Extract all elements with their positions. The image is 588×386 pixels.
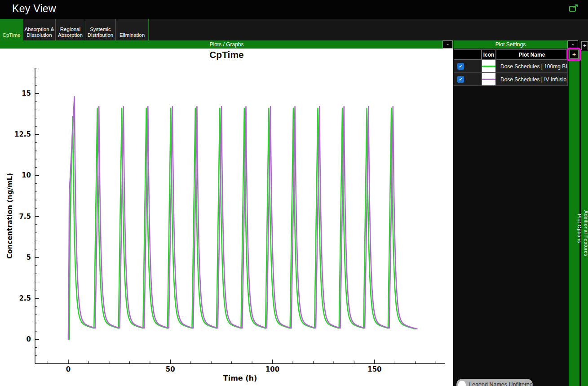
plots-graphs-collapse-button[interactable]: - xyxy=(442,40,453,49)
right-panel-region: Plot Settings - Icon Plot Name ✓ Dose Sc… xyxy=(453,40,588,386)
svg-text:10: 10 xyxy=(22,171,31,179)
header-checkbox-column xyxy=(454,49,482,60)
row1-icon-cell xyxy=(482,60,496,73)
row1-check-cell: ✓ xyxy=(454,60,482,73)
plot-options-collapsed-bar[interactable]: Plot Options xyxy=(569,49,579,386)
tab-absorption-dissolution[interactable]: Absorption & Dissolution xyxy=(23,19,56,40)
table-header-row: Icon Plot Name xyxy=(454,49,568,60)
row1-visibility-checkbox[interactable]: ✓ xyxy=(457,63,464,70)
cptime-chart: 02.557.51012.515050100150Time (h)Concent… xyxy=(0,49,453,386)
plot-icon-line xyxy=(482,79,495,80)
header-plot-name-column: Plot Name xyxy=(496,49,568,60)
row2-visibility-checkbox[interactable]: ✓ xyxy=(457,76,464,83)
svg-text:50: 50 xyxy=(166,365,175,373)
legend-names-toggle[interactable]: Legend Names Unfiltered xyxy=(456,379,533,386)
svg-text:0: 0 xyxy=(27,335,31,343)
toggle-knob-icon xyxy=(458,381,466,386)
svg-text:12.5: 12.5 xyxy=(14,130,31,138)
svg-text:2.5: 2.5 xyxy=(19,294,31,302)
plots-graphs-header-label: Plots / Graphs xyxy=(209,41,243,48)
row1-plot-name[interactable]: Dose Schedules | 100mg BI xyxy=(496,60,568,73)
row2-plot-name[interactable]: Dose Schedules | IV Infusio xyxy=(496,73,568,86)
additional-features-label: Additional Features xyxy=(582,200,588,267)
legend-toggle-label: Legend Names Unfiltered xyxy=(469,382,533,386)
additional-features-collapsed-bar[interactable]: Additional Features xyxy=(581,51,588,386)
tab-systemic-distribution[interactable]: Systemic Distribution xyxy=(85,19,116,40)
row2-check-cell: ✓ xyxy=(454,73,482,86)
additional-features-expand-button[interactable]: + xyxy=(581,41,588,50)
key-view-window: Key View CpTime Absorption & Dissolution… xyxy=(0,0,588,386)
row2-icon-cell xyxy=(482,73,496,86)
plot-settings-table: Icon Plot Name ✓ Dose Schedules | 100mg … xyxy=(454,49,568,86)
plot-options-expand-button[interactable]: + xyxy=(570,50,579,59)
header-icon-column: Icon xyxy=(482,49,496,60)
y-axis-label: Concentration (ng/mL) xyxy=(6,173,14,259)
window-title: Key View xyxy=(12,3,56,15)
svg-text:7.5: 7.5 xyxy=(19,213,31,221)
plot-settings-header: Plot Settings xyxy=(454,40,567,49)
table-row: ✓ Dose Schedules | IV Infusio xyxy=(454,73,568,86)
title-bar: Key View xyxy=(0,0,588,19)
tab-strip: CpTime Absorption & Dissolution Regional… xyxy=(0,19,588,40)
svg-text:5: 5 xyxy=(27,253,31,262)
plots-graphs-panel: Plots / Graphs - CpTime 02.557.51012.515… xyxy=(0,40,453,386)
tab-cptime[interactable]: CpTime xyxy=(0,19,23,40)
svg-text:15: 15 xyxy=(22,89,31,98)
svg-text:0: 0 xyxy=(66,365,71,373)
svg-text:150: 150 xyxy=(367,365,381,373)
tab-regional-absorption[interactable]: Regional Absorption xyxy=(56,19,85,40)
svg-text:100: 100 xyxy=(265,365,279,373)
plots-graphs-header: Plots / Graphs xyxy=(0,40,453,49)
tab-elimination[interactable]: Elimination xyxy=(116,19,149,40)
plot-icon-line xyxy=(482,66,495,67)
table-row: ✓ Dose Schedules | 100mg BI xyxy=(454,60,568,73)
open-in-new-window-icon[interactable] xyxy=(569,4,578,12)
plot-options-label: Plot Options xyxy=(571,201,582,255)
plot-settings-header-label: Plot Settings xyxy=(495,41,526,48)
plot-settings-collapse-button[interactable]: - xyxy=(567,40,578,49)
x-axis-label: Time (h) xyxy=(223,374,257,382)
